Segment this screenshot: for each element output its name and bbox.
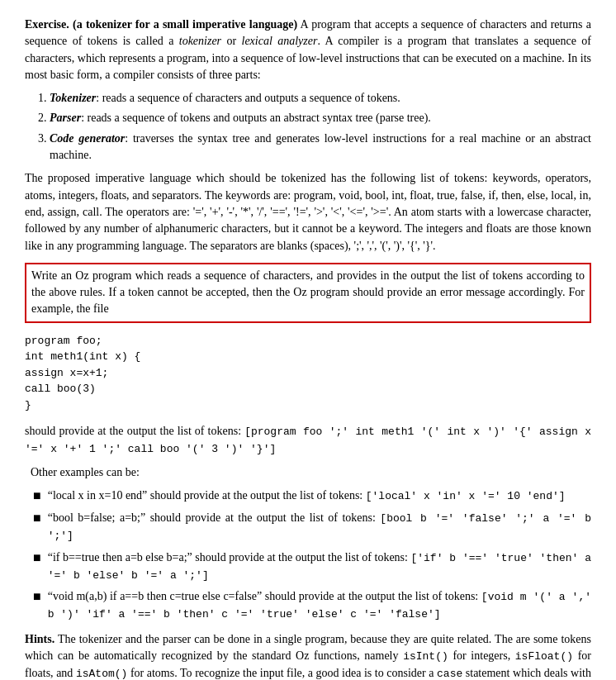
highlighted-text: Write an Oz program which reads a sequen…: [31, 269, 585, 316]
bullet-marker-2: ■: [33, 510, 41, 527]
output-paragraph: should provide at the output the list of…: [25, 423, 591, 458]
hints-code2: isFloat(): [515, 650, 573, 663]
parts-list: Tokenizer: reads a sequence of character…: [50, 90, 591, 164]
parser-label: Parser: [50, 112, 81, 124]
hints-section: Hints. The tokenizer and the parser can …: [25, 631, 591, 680]
codegen-label: Code generator: [50, 132, 125, 145]
parser-desc: : reads a sequence of tokens and outputs…: [81, 112, 431, 124]
quote-2: “bool b=false; a=b;”: [48, 511, 145, 524]
bullet-item-1: ■ “local x in x=10 end” should provide a…: [33, 487, 591, 505]
quote-3: “if b==true then a=b else b=a;”: [48, 551, 192, 563]
quote-1: “local x in x=10 end”: [48, 489, 148, 502]
codegen-desc: : traverses the syntax tree and generate…: [50, 132, 591, 161]
list-item-2: Parser: reads a sequence of tokens and o…: [50, 110, 591, 126]
exercise-title: Exercise. (a tokenizer for a small imper…: [25, 18, 297, 31]
description-paragraph: The proposed imperative language which s…: [25, 170, 591, 254]
hints-text4: for atoms. To recognize the input file, …: [127, 667, 437, 679]
hints-paragraph: Hints. The tokenizer and the parser can …: [25, 631, 591, 680]
bullet-content-1: “local x in x=10 end” should provide at …: [48, 487, 591, 505]
tokenizer-label: Tokenizer: [50, 92, 96, 104]
code-line-5: }: [25, 397, 591, 414]
list-item-3: Code generator: traverses the syntax tre…: [50, 131, 591, 164]
lexical-word: lexical analyzer: [242, 35, 318, 47]
code-line-4: call boo(3): [25, 381, 591, 397]
code-line-3: assign x=x+1;: [25, 365, 591, 382]
bullet-item-4: ■ “void m(a,b) if a==b then c=true else …: [33, 588, 591, 623]
bullet-content-3: “if b==true then a=b else b=a;” should p…: [48, 549, 591, 584]
highlighted-box: Write an Oz program which reads a sequen…: [25, 263, 591, 323]
code-example: program foo; int meth1(int x) { assign x…: [25, 333, 591, 414]
bullet-examples-list: ■ “local x in x=10 end” should provide a…: [33, 487, 591, 623]
or-text: or: [221, 35, 241, 47]
quote-4: “void m(a,b) if a==b then c=true else c=…: [48, 590, 262, 602]
hints-code4: case: [437, 668, 462, 680]
output-text: should provide at the output the list of…: [25, 425, 244, 437]
intro-paragraph: Exercise. (a tokenizer for a small imper…: [25, 17, 591, 83]
hints-code1: isInt(): [403, 650, 448, 663]
tokens-1: ['local' x 'in' x '=' 10 'end']: [366, 490, 566, 502]
other-examples-text: Other examples can be:: [31, 466, 140, 478]
list-item-1: Tokenizer: reads a sequence of character…: [50, 90, 591, 107]
hints-code3: isAtom(): [76, 668, 127, 680]
hints-label: Hints.: [25, 633, 54, 645]
bullet-item-3: ■ “if b==true then a=b else b=a;” should…: [33, 549, 591, 584]
bullet-marker-3: ■: [33, 549, 41, 567]
bullet-marker-4: ■: [33, 588, 41, 606]
tokenizer-word: tokenizer: [179, 35, 221, 47]
tokenizer-desc: : reads a sequence of characters and out…: [96, 92, 400, 104]
other-examples-label: Other examples can be:: [25, 464, 591, 481]
code-line-1: program foo;: [25, 333, 591, 350]
bullet-item-2: ■ “bool b=false; a=b;” should provide at…: [33, 510, 591, 544]
code-line-2: int meth1(int x) {: [25, 349, 591, 365]
hints-text2: for integers,: [448, 649, 515, 662]
bullet-marker-1: ■: [33, 487, 41, 505]
bullet-content-2: “bool b=false; a=b;” should provide at t…: [48, 510, 591, 544]
main-content: Exercise. (a tokenizer for a small imper…: [25, 17, 591, 680]
bullet-content-4: “void m(a,b) if a==b then c=true else c=…: [48, 588, 591, 623]
